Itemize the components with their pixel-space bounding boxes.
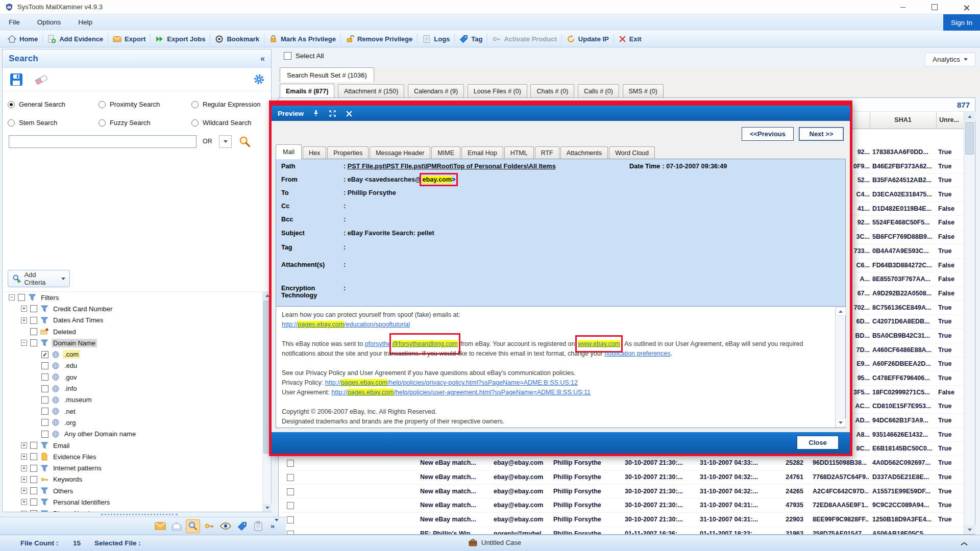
row-checkbox[interactable] xyxy=(287,460,294,467)
tree-item-email[interactable]: Email xyxy=(3,440,262,451)
save-search-icon[interactable] xyxy=(10,73,23,86)
radio-fuzzy-search[interactable]: Fuzzy Search xyxy=(99,119,150,127)
collapse-panel-icon[interactable]: « xyxy=(260,54,265,63)
tab-loose-files[interactable]: Loose Files # (0) xyxy=(468,84,527,97)
menu-help[interactable]: Help xyxy=(69,18,101,26)
tree-checkbox[interactable] xyxy=(41,431,48,438)
tag-view-icon[interactable] xyxy=(235,519,249,533)
expand-icon[interactable] xyxy=(21,511,27,512)
preview-tab-hex[interactable]: Hex xyxy=(303,146,326,159)
tree-item-dot-museum[interactable]: .museum xyxy=(3,394,262,406)
row-checkbox[interactable] xyxy=(287,516,294,523)
export-button[interactable]: Export xyxy=(108,31,150,47)
tree-checkbox[interactable] xyxy=(30,487,37,494)
tree-item-dot-net[interactable]: .net xyxy=(3,406,262,417)
row-checkbox[interactable] xyxy=(287,474,294,481)
tree-checkbox[interactable] xyxy=(30,453,37,460)
tree-checkbox[interactable] xyxy=(41,385,48,392)
tab-attachment[interactable]: Attachment # (150) xyxy=(338,84,404,97)
logs-button[interactable]: Logs xyxy=(418,31,454,47)
preview-tab-word-cloud[interactable]: Word Cloud xyxy=(609,146,655,159)
exit-button[interactable]: Exit xyxy=(614,31,646,47)
clipboard-icon[interactable] xyxy=(251,519,265,533)
bookmark-button[interactable]: Bookmark xyxy=(210,31,264,47)
previous-button[interactable]: <<Previous xyxy=(742,127,794,141)
privacy-policy-link[interactable]: http://pages.ebay.com/help/policies/priv… xyxy=(325,379,578,386)
preview-tab-rtf[interactable]: RTF xyxy=(535,146,559,159)
menu-options[interactable]: Options xyxy=(29,18,70,26)
table-row[interactable]: New eBay match... ebay@ebay.com Phillip … xyxy=(279,485,964,499)
expand-icon[interactable] xyxy=(21,454,27,460)
radio-regular-expression[interactable]: Regular Expression xyxy=(191,101,260,108)
table-row[interactable]: New eBay match... ebay@ebay.com Phillip … xyxy=(279,456,964,470)
activate-product-button[interactable]: Activate Product xyxy=(487,31,561,47)
more-tools-chevron-icon[interactable]: » xyxy=(267,519,282,533)
open-mail-icon[interactable] xyxy=(169,519,184,533)
next-button[interactable]: Next >> xyxy=(799,127,844,141)
tree-item-keywords[interactable]: Keywords xyxy=(3,474,262,485)
tree-checkbox[interactable] xyxy=(41,408,48,415)
tab-sms[interactable]: SMS # (0) xyxy=(623,84,664,97)
preview-tab-html[interactable]: HTML xyxy=(504,146,534,159)
tab-calendars[interactable]: Calendars # (9) xyxy=(408,84,464,97)
preview-tab-attachments[interactable]: Attachments xyxy=(560,146,608,159)
export-jobs-button[interactable]: Export Jobs xyxy=(151,31,210,47)
collapse-icon[interactable] xyxy=(21,340,27,346)
recipient-link[interactable]: pforsythe xyxy=(365,340,391,347)
chevron-up-icon[interactable] xyxy=(961,540,967,544)
path-link[interactable]: PST FIle.pst\PST FIle.pst\IPMRoot\Top of… xyxy=(348,163,556,170)
maximize-dialog-icon[interactable] xyxy=(328,109,336,117)
menu-file[interactable]: File xyxy=(0,18,29,26)
operator-dropdown-button[interactable] xyxy=(219,135,232,148)
tag-button[interactable]: Tag xyxy=(455,31,487,47)
grid-scrollbar[interactable] xyxy=(964,112,975,534)
body-scrollbar[interactable] xyxy=(835,307,845,428)
tree-checkbox[interactable] xyxy=(30,305,37,312)
scroll-up-icon[interactable] xyxy=(836,307,846,316)
mail-view-icon[interactable] xyxy=(153,519,167,533)
tree-item-dot-com[interactable]: .com xyxy=(3,348,262,360)
clear-search-icon[interactable] xyxy=(34,73,48,86)
flagged-ebay-domain[interactable]: www.ebay.com xyxy=(577,337,621,351)
tab-search-result-set[interactable]: Search Result Set # (1036) xyxy=(280,67,374,82)
add-evidence-button[interactable]: Add Evidence xyxy=(43,31,108,47)
column-header-unread[interactable]: Unre... xyxy=(939,116,959,123)
row-checkbox[interactable] xyxy=(287,502,294,509)
tree-checkbox[interactable] xyxy=(30,339,37,346)
tree-item-dot-org[interactable]: .org xyxy=(3,417,262,428)
analytics-button[interactable]: Analytics xyxy=(925,53,975,66)
table-row[interactable]: RE: Phillip's Win... noreply@mybel... Ph… xyxy=(279,527,964,534)
expand-icon[interactable] xyxy=(21,317,27,323)
tree-checkbox[interactable] xyxy=(41,351,48,358)
tree-item-dates-and-times[interactable]: Dates And Times xyxy=(3,315,262,326)
tree-checkbox[interactable] xyxy=(30,317,37,324)
close-window-icon[interactable] xyxy=(962,3,971,11)
preview-tab-email-hop[interactable]: Email Hop xyxy=(461,146,503,159)
tree-item-any-other-domain[interactable]: Any other Domain name xyxy=(3,429,262,440)
collapse-icon[interactable] xyxy=(9,294,15,300)
search-input[interactable] xyxy=(9,135,197,148)
panel-splitter[interactable] xyxy=(0,512,278,517)
scroll-down-icon[interactable] xyxy=(836,418,846,427)
home-button[interactable]: Home xyxy=(3,31,42,47)
tree-item-dot-gov[interactable]: .gov xyxy=(3,371,262,383)
expand-icon[interactable] xyxy=(21,488,27,494)
radio-stem-search[interactable]: Stem Search xyxy=(8,119,57,127)
review-eye-icon[interactable] xyxy=(218,519,233,533)
tree-checkbox[interactable] xyxy=(41,419,48,426)
remove-privilege-button[interactable]: Remove Privilege xyxy=(341,31,417,47)
expand-icon[interactable] xyxy=(21,477,27,483)
preview-tab-mail[interactable]: Mail xyxy=(276,144,302,159)
tab-chats[interactable]: Chats # (0) xyxy=(530,84,574,97)
tree-item-personal-identifiers[interactable]: Personal Identifiers xyxy=(3,496,262,508)
scroll-down-icon[interactable] xyxy=(263,504,272,512)
table-row[interactable]: New eBay match... ebay@ebay.com Phillip … xyxy=(279,498,964,513)
expand-icon[interactable] xyxy=(21,306,27,312)
tree-checkbox[interactable] xyxy=(41,362,48,369)
notification-preferences-link[interactable]: notification preferences xyxy=(604,350,670,357)
user-agreement-link[interactable]: http://pages.ebay.com/help/policies/user… xyxy=(331,389,591,396)
tree-checkbox[interactable] xyxy=(30,498,37,506)
tree-item-credit-card-number[interactable]: Credit Card Number xyxy=(3,303,262,314)
run-search-icon[interactable] xyxy=(238,135,251,148)
preview-tab-properties[interactable]: Properties xyxy=(327,146,369,159)
